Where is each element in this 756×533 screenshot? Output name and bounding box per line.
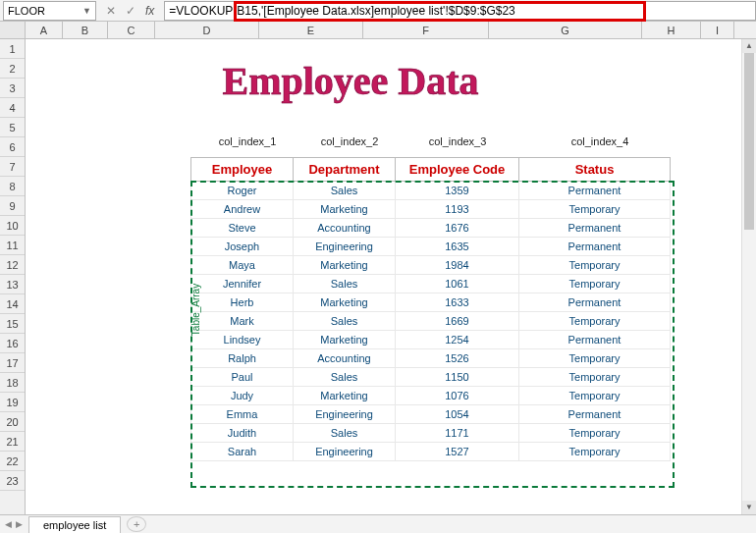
table-cell[interactable]: Engineering [294,443,396,461]
col-header-C[interactable]: C [108,22,155,38]
table-cell[interactable]: Temporary [519,256,671,275]
formula-input[interactable]: =VLOOKUP(B15,'[Employee Data.xlsx]employ… [164,1,756,21]
table-cell[interactable]: Sales [294,182,396,200]
fx-icon[interactable]: fx [145,4,154,18]
table-cell[interactable]: 1254 [396,331,519,349]
select-all-corner[interactable] [0,22,26,38]
row-header-9[interactable]: 9 [0,196,25,216]
row-header-23[interactable]: 23 [0,471,25,491]
table-cell[interactable]: Engineering [294,405,396,424]
table-cell[interactable]: Maya [191,256,294,275]
table-cell[interactable]: Joseph [191,238,294,256]
table-cell[interactable]: Sales [294,312,396,331]
col-header-A[interactable]: A [26,22,63,38]
table-cell[interactable]: Temporary [519,387,671,405]
col-header-H[interactable]: H [642,22,701,38]
table-cell[interactable]: Sales [294,368,396,387]
row-header-7[interactable]: 7 [0,157,25,177]
tab-nav-prev-icon[interactable]: ◀ [5,519,12,529]
scroll-up-icon[interactable]: ▲ [742,39,756,53]
table-cell[interactable]: Marketing [294,387,396,405]
row-header-13[interactable]: 13 [0,275,25,294]
table-cell[interactable]: Judith [191,424,294,443]
row-header-20[interactable]: 20 [0,412,25,432]
row-header-22[interactable]: 22 [0,452,25,471]
tab-nav[interactable]: ◀ ▶ [0,519,27,529]
table-cell[interactable]: 1669 [396,312,519,331]
name-box-dropdown-icon[interactable]: ▼ [82,6,91,16]
row-header-17[interactable]: 17 [0,353,25,373]
table-cell[interactable]: 1061 [396,275,519,293]
table-cell[interactable]: 1526 [396,349,519,368]
table-cell[interactable]: 1054 [396,405,519,424]
table-cell[interactable]: Marketing [294,256,396,275]
table-cell[interactable]: Permanent [519,219,671,238]
row-header-16[interactable]: 16 [0,334,25,353]
row-header-5[interactable]: 5 [0,118,25,137]
table-cell[interactable]: Marketing [294,200,396,219]
table-cell[interactable]: Permanent [519,405,671,424]
grid[interactable]: Employee Data col_index_1 col_index_2 co… [26,39,756,514]
table-cell[interactable]: 1984 [396,256,519,275]
table-cell[interactable]: 1527 [396,443,519,461]
table-cell[interactable]: Permanent [519,182,671,200]
table-cell[interactable]: Accounting [294,349,396,368]
row-header-3[interactable]: 3 [0,79,25,98]
col-header-D[interactable]: D [155,22,259,38]
table-cell[interactable]: 1193 [396,200,519,219]
row-header-8[interactable]: 8 [0,177,25,196]
table-cell[interactable]: Temporary [519,200,671,219]
table-cell[interactable]: Temporary [519,424,671,443]
table-cell[interactable]: Temporary [519,349,671,368]
row-header-12[interactable]: 12 [0,255,25,275]
table-cell[interactable]: 1633 [396,293,519,312]
table-cell[interactable]: Sales [294,424,396,443]
col-header-I[interactable]: I [701,22,734,38]
table-cell[interactable]: Ralph [191,349,294,368]
row-header-11[interactable]: 11 [0,236,25,255]
table-cell[interactable]: Mark [191,312,294,331]
table-cell[interactable]: Temporary [519,275,671,293]
table-cell[interactable]: Andrew [191,200,294,219]
table-cell[interactable]: Permanent [519,238,671,256]
table-cell[interactable]: Roger [191,182,294,200]
vertical-scrollbar[interactable]: ▲ ▼ [741,39,756,514]
table-cell[interactable]: Temporary [519,443,671,461]
col-header-B[interactable]: B [63,22,108,38]
table-cell[interactable]: Sarah [191,443,294,461]
scroll-thumb[interactable] [744,53,754,230]
table-cell[interactable]: Temporary [519,368,671,387]
row-header-10[interactable]: 10 [0,216,25,236]
col-header-F[interactable]: F [363,22,489,38]
col-header-E[interactable]: E [259,22,363,38]
table-cell[interactable]: Marketing [294,293,396,312]
table-cell[interactable]: 1635 [396,238,519,256]
row-header-2[interactable]: 2 [0,59,25,79]
table-cell[interactable]: 1676 [396,219,519,238]
table-cell[interactable]: Emma [191,405,294,424]
col-header-G[interactable]: G [489,22,642,38]
table-cell[interactable]: Marketing [294,331,396,349]
table-cell[interactable]: Accounting [294,219,396,238]
table-cell[interactable]: 1076 [396,387,519,405]
table-cell[interactable]: 1359 [396,182,519,200]
row-header-1[interactable]: 1 [0,39,25,59]
cancel-icon[interactable]: ✕ [106,4,116,18]
table-cell[interactable]: Permanent [519,331,671,349]
table-cell[interactable]: 1150 [396,368,519,387]
name-box[interactable]: FLOOR ▼ [3,1,96,21]
table-cell[interactable]: Temporary [519,312,671,331]
table-cell[interactable]: Jennifer [191,275,294,293]
table-cell[interactable]: Sales [294,275,396,293]
table-cell[interactable]: Engineering [294,238,396,256]
table-cell[interactable]: Paul [191,368,294,387]
scroll-down-icon[interactable]: ▼ [742,501,756,514]
row-header-4[interactable]: 4 [0,98,25,118]
row-header-18[interactable]: 18 [0,373,25,393]
table-cell[interactable]: 1171 [396,424,519,443]
row-header-14[interactable]: 14 [0,294,25,314]
sheet-tab-active[interactable]: employee list [28,516,121,533]
table-cell[interactable]: Herb [191,293,294,312]
table-cell[interactable]: Steve [191,219,294,238]
table-cell[interactable]: Permanent [519,293,671,312]
